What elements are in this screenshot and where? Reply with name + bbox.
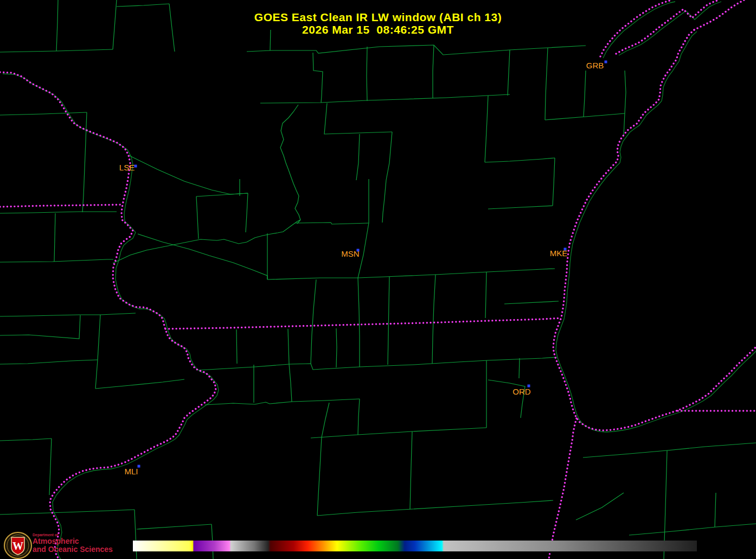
county-boundary xyxy=(317,437,322,516)
city-markers-layer: LSEGRBMSNMKEORDMLI xyxy=(119,61,607,477)
city-label: ORD xyxy=(512,387,531,396)
county-boundary xyxy=(196,193,248,196)
county-boundary xyxy=(624,71,626,136)
county-boundary xyxy=(311,428,486,438)
city-marker-MSN: MSN xyxy=(341,249,359,259)
county-boundary xyxy=(236,329,237,364)
city-dot-icon xyxy=(605,61,607,63)
shoreline xyxy=(556,31,756,432)
county-boundary xyxy=(433,45,434,98)
city-marker-LSE: LSE xyxy=(119,163,137,172)
county-boundary xyxy=(519,358,520,378)
image-timestamp: 2026 Mar 15 08:46:25 GMT xyxy=(0,23,756,36)
city-dot-icon xyxy=(134,165,137,168)
county-boundary xyxy=(584,71,586,117)
city-label: GRB xyxy=(586,61,604,70)
state-border xyxy=(0,205,123,207)
county-boundary xyxy=(0,439,52,441)
county-boundary xyxy=(367,47,367,101)
shoreline-layer xyxy=(3,2,756,559)
satellite-image-viewer: { "title": { "line1": "GOES East Clean I… xyxy=(0,0,756,559)
city-marker-MKE: MKE xyxy=(550,248,568,258)
logo-line-2: and Oceanic Sciences xyxy=(33,545,113,554)
county-boundary xyxy=(545,48,548,120)
county-boundary xyxy=(296,223,369,224)
logo-line-1: Atmospheric xyxy=(33,537,113,545)
county-boundary xyxy=(289,364,292,402)
county-boundaries-layer xyxy=(0,0,756,559)
county-boundary xyxy=(358,223,369,278)
county-boundary xyxy=(113,220,300,263)
logo-text-block: Department of Atmospheric and Oceanic Sc… xyxy=(33,532,113,554)
county-boundary xyxy=(382,132,392,223)
county-boundary xyxy=(49,439,52,495)
county-boundary xyxy=(545,113,625,120)
county-boundary xyxy=(410,431,412,509)
county-boundary xyxy=(117,4,169,7)
city-label: MLI xyxy=(124,467,138,476)
county-boundary xyxy=(137,524,212,529)
county-boundary xyxy=(0,313,136,316)
map-svg: LSEGRBMSNMKEORDMLI xyxy=(0,0,756,559)
county-boundary xyxy=(0,259,113,262)
county-boundary xyxy=(583,443,756,458)
county-boundary xyxy=(715,493,716,527)
county-boundary xyxy=(311,280,316,364)
county-boundary xyxy=(267,269,555,280)
county-boundary xyxy=(95,315,100,389)
city-label: MSN xyxy=(341,249,359,258)
shoreline xyxy=(3,74,219,559)
temperature-colorbar xyxy=(133,541,697,551)
county-boundary xyxy=(0,510,134,514)
image-title-block: GOES East Clean IR LW window (ABI ch 13)… xyxy=(0,11,756,36)
county-boundary xyxy=(324,103,392,134)
county-boundary xyxy=(485,96,488,162)
city-label: LSE xyxy=(119,163,134,172)
county-boundary xyxy=(129,155,248,194)
county-boundary xyxy=(508,50,510,96)
county-boundary xyxy=(0,212,117,213)
county-boundary xyxy=(358,278,360,367)
county-boundary xyxy=(205,399,360,405)
county-boundary xyxy=(388,277,389,365)
state-borders-layer xyxy=(0,0,756,559)
county-boundary xyxy=(358,399,360,435)
county-boundary xyxy=(504,301,559,304)
county-boundary xyxy=(432,275,435,364)
county-boundary xyxy=(488,206,553,209)
county-boundary xyxy=(260,94,510,103)
county-boundary xyxy=(336,328,337,367)
county-boundary xyxy=(134,510,137,559)
state-border xyxy=(165,318,561,329)
county-boundary xyxy=(356,134,360,180)
county-boundary xyxy=(553,158,555,206)
county-boundary xyxy=(485,272,486,318)
county-boundary xyxy=(485,158,555,162)
county-boundary xyxy=(246,193,248,232)
county-boundary xyxy=(629,524,756,535)
county-boundary xyxy=(138,234,267,280)
city-marker-ORD: ORD xyxy=(512,385,531,397)
county-boundary xyxy=(199,357,557,370)
county-boundary xyxy=(82,112,87,212)
state-border xyxy=(549,418,576,559)
crest-letter: W xyxy=(12,540,23,552)
uw-crest-icon: W xyxy=(4,532,31,558)
county-boundary xyxy=(576,493,624,520)
county-boundary xyxy=(488,380,525,418)
state-border xyxy=(0,72,216,558)
county-boundary xyxy=(313,53,323,103)
city-marker-GRB: GRB xyxy=(586,61,607,71)
city-marker-MLI: MLI xyxy=(124,465,140,477)
county-boundary xyxy=(317,500,553,516)
county-boundary xyxy=(280,105,300,224)
state-border xyxy=(553,30,756,430)
county-boundary xyxy=(247,45,586,55)
county-boundary xyxy=(0,315,80,339)
county-boundary xyxy=(95,379,184,389)
county-boundary xyxy=(288,329,289,364)
city-label: MKE xyxy=(550,249,568,258)
county-boundary xyxy=(54,213,55,262)
county-boundary xyxy=(322,403,329,437)
county-boundary xyxy=(0,360,98,364)
